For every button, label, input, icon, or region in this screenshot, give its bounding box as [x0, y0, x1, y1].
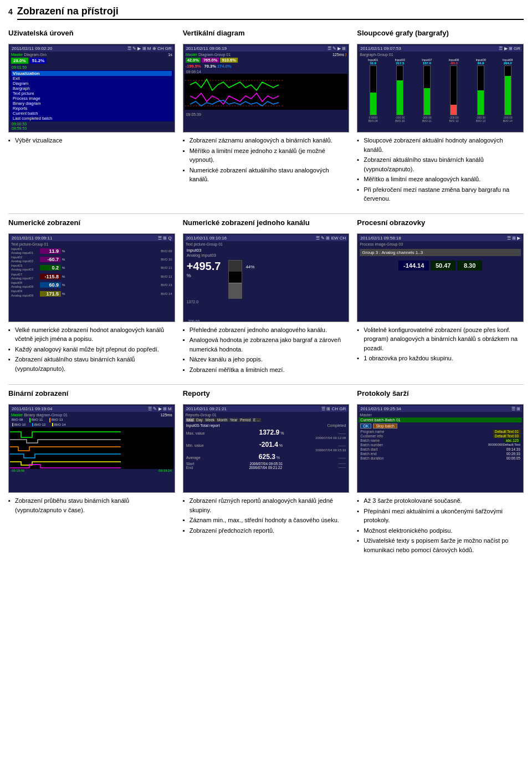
- divider-1: [8, 213, 524, 214]
- bullet-batch-4: Uživatelské texty s popisem šarže je mož…: [357, 536, 524, 554]
- section-2: Numerické zobrazení 2011/02/11 09:09:11 …: [8, 218, 524, 376]
- screen-vdiag-header: 2011/02/11 09:06:19 ☰ ✎ ▶ ⊞: [185, 45, 348, 52]
- bullet-single-ch-2: Analogová hodnota je zobrazena jako barg…: [183, 335, 350, 354]
- bullet-bargraph-3: Měřítko a limitní meze analogových kanál…: [357, 175, 524, 184]
- batch-field-0: Program name Default Text 01: [360, 430, 520, 434]
- bullet-single-ch-3: Název kanálu a jeho popis.: [183, 355, 350, 364]
- section-3: Binární zobrazení 2011/02/11 09:19:04 ☰ …: [8, 389, 524, 555]
- num-row-3: Input07Analog input07 -115.8 % BI/O 12: [11, 273, 172, 281]
- col-reports: Reporty 2011/02/11 09:21:21 ☰ ⊞ CH GR Re…: [183, 389, 350, 555]
- col-single-ch: Numerické zobrazení jednoho kanálu 2011/…: [183, 218, 350, 376]
- bullets-numeric: Velké numerické zobrazení hodnot analogo…: [8, 325, 175, 375]
- section-title-viz: Uživatelská úroveň: [8, 29, 175, 37]
- bullets-single-ch: Přehledné zobrazení jednoho analogového …: [183, 325, 350, 376]
- divider-2: [8, 384, 524, 385]
- screen-binary: 2011/02/11 09:19:04 ☰ ✎ ▶ ⊞ M Master Bin…: [8, 404, 175, 493]
- viz-menu-item-diagram[interactable]: Diagram: [12, 81, 172, 86]
- bullets-binary: Zobrazení průběhu stavu binárních kanálů…: [8, 496, 175, 516]
- col-viz: Uživatelská úroveň 2011/02/11 09:02:20 ☰…: [8, 29, 175, 205]
- screen-single-ch-header: 2011/02/11 09:10:16 ☰ ✎ ⊞ EW CH: [185, 235, 348, 241]
- bullet-reports-1: Zobrazení různých reportů analogových ka…: [183, 496, 350, 514]
- num-row-4: Input08Analog input08 60.9 % BI/O 13: [11, 281, 172, 289]
- bullet-batch-2: Přepínání mezi aktuálními a ukončenými š…: [357, 507, 524, 525]
- viz-menu-item-visualization[interactable]: Visualization: [12, 71, 172, 76]
- screen-batch: 2011/02/11 09:25:34 ☰ ⊞ Master Current b…: [357, 404, 524, 493]
- screen-numeric: 2011/02/11 09:09:11 ☰ ⊞ Q Text picture-G…: [8, 233, 175, 322]
- svg-rect-0: [185, 74, 348, 110]
- num-row-5: Input09Analog input09 171.5 % BI/O 14: [11, 289, 172, 297]
- section-title-binary: Binární zobrazení: [8, 389, 175, 397]
- batch-field-5: Batch end 00:26:33: [360, 452, 520, 456]
- viz-menu-item-bargraph[interactable]: Bargraph: [12, 86, 172, 91]
- batch-field-3: Batch number 00000000Default Text: [360, 443, 520, 447]
- viz-menu: Visualization Exit Diagram Bargraph Text…: [10, 70, 173, 121]
- num-row-1: Input02Analog input02 -60.7 % BI/O 10: [11, 256, 172, 263]
- screen-vdiag: 2011/02/11 09:06:19 ☰ ✎ ▶ ⊞ Master Diagr…: [183, 44, 350, 132]
- bullets-reports: Zobrazení různých reportů analogových ka…: [183, 496, 350, 536]
- bullet-bargraph-2: Zobrazení aktuálního stavu binárních kan…: [357, 155, 524, 174]
- col-batch: Protokoly šarží 2011/02/11 09:25:34 ☰ ⊞ …: [357, 389, 524, 555]
- viz-menu-item-reports[interactable]: Reports: [12, 106, 172, 111]
- svg-rect-3: [10, 427, 173, 469]
- bullet-process-1: Volitelně konfigurovatelné zobrazení (po…: [357, 325, 524, 353]
- bullet-reports-3: Zobrazení předchozích reportů.: [183, 526, 350, 536]
- bullets-bargraph: Sloupcové zobrazení aktuální hodnoty ana…: [357, 136, 524, 205]
- bullet-viz-1: Výběr vizualizace: [8, 136, 175, 145]
- page-number: 4: [8, 7, 13, 16]
- section-title-batch: Protokoly šarží: [357, 389, 524, 397]
- screen-reports: 2011/02/11 09:21:21 ☰ ⊞ CH GR Reports-Gr…: [183, 404, 350, 493]
- section-title-single-ch: Numerické zobrazení jednoho kanálu: [183, 218, 350, 227]
- col-binary: Binární zobrazení 2011/02/11 09:19:04 ☰ …: [8, 389, 175, 555]
- bullets-vdiag: Zobrazení záznamu analogových a binárníc…: [183, 136, 350, 185]
- bullets-process: Volitelně konfigurovatelné zobrazení (po…: [357, 325, 524, 364]
- screen-binary-header: 2011/02/11 09:19:04 ☰ ✎ ▶ ⊞ M: [10, 406, 173, 412]
- bullet-numeric-1: Velké numerické zobrazení hodnot analogo…: [8, 325, 175, 344]
- batch-field-1: Customer info Default Text 03: [360, 434, 520, 438]
- section-title-numeric: Numerické zobrazení: [8, 218, 175, 227]
- section-title-vdiag: Vertikální diagram: [183, 29, 350, 37]
- bullet-binary-1: Zobrazení průběhu stavu binárních kanálů…: [8, 496, 175, 514]
- bullets-batch: Až 3 šarže protokolované současně. Přepí…: [357, 496, 524, 555]
- screen-batch-header: 2011/02/11 09:25:34 ☰ ⊞: [359, 406, 522, 412]
- screen-process-header: 2011/02/11 09:58:18 ☰ ⊞ ▶: [359, 235, 522, 241]
- bullet-vdiag-3: Numerické zobrazení aktuálního stavu ana…: [183, 166, 350, 184]
- screen-bargraph: 2011/02/11 09:07:53 ☰ ▶ ⊞ GR Bargraph-Gr…: [357, 44, 524, 132]
- screen-process: 2011/02/11 09:58:18 ☰ ⊞ ▶ Process image-…: [357, 233, 524, 322]
- screen-viz: 2011/02/11 09:02:20 ☰ ✎ ▶ ⊞ M ⊕ CH GR Ma…: [8, 44, 175, 132]
- viz-menu-item-exit[interactable]: Exit: [12, 76, 172, 81]
- bullets-viz: Výběr vizualizace: [8, 136, 175, 146]
- viz-menu-item-binary[interactable]: Binary diagram: [12, 101, 172, 106]
- screen-reports-header: 2011/02/11 09:21:21 ☰ ⊞ CH GR: [185, 406, 348, 412]
- bullet-single-ch-4: Zobrazení měřítka a limitních mezí.: [183, 365, 350, 375]
- num-row-2: Input03Analog input03 0.2 % BI/O 11: [11, 264, 172, 272]
- bullet-bargraph-4: Při překročení mezí nastane změna barvy …: [357, 185, 524, 203]
- screen-bargraph-header: 2011/02/11 09:07:53 ☰ ▶ ⊞ GR: [359, 45, 522, 52]
- batch-field-6: Batch duration 00:06:05: [360, 456, 520, 460]
- viz-menu-item-process[interactable]: Process image: [12, 96, 172, 101]
- viz-menu-item-current[interactable]: Current batch: [12, 111, 172, 116]
- bullet-numeric-3: Zobrazení aktuálního stavu binárních kan…: [8, 355, 175, 373]
- bullet-vdiag-2: Měřítko a limitní meze jednoho z kanálů …: [183, 146, 350, 165]
- viz-menu-item-textpic[interactable]: Text picture: [12, 91, 172, 96]
- section-title-bargraph: Sloupcové grafy (bargrafy): [357, 29, 524, 37]
- section-1: Uživatelská úroveň 2011/02/11 09:02:20 ☰…: [8, 29, 524, 205]
- section-title-reports: Reporty: [183, 389, 350, 397]
- num-row-0: Input01Analog input01 11.9 % BI/O 09: [11, 247, 172, 255]
- bullet-single-ch-1: Přehledné zobrazení jednoho analogového …: [183, 325, 350, 335]
- bullet-numeric-2: Každý analogový kanál může být přepnut d…: [8, 345, 175, 354]
- col-process: Procesní obrazovky 2011/02/11 09:58:18 ☰…: [357, 218, 524, 376]
- bullet-batch-3: Možnost elektronického podpisu.: [357, 526, 524, 536]
- batch-stop-btn[interactable]: Stop batch: [373, 424, 397, 429]
- screen-viz-header: 2011/02/11 09:02:20 ☰ ✎ ▶ ⊞ M ⊕ CH GR: [10, 45, 173, 52]
- viz-menu-item-last[interactable]: Last completed batch: [12, 116, 172, 121]
- bullet-reports-2: Záznam min., max., střední hodnoty a čas…: [183, 516, 350, 525]
- batch-ok-btn[interactable]: OK: [360, 424, 371, 429]
- screen-numeric-header: 2011/02/11 09:09:11 ☰ ⊞ Q: [10, 235, 173, 241]
- col-numeric: Numerické zobrazení 2011/02/11 09:09:11 …: [8, 218, 175, 376]
- bullet-bargraph-1: Sloupcové zobrazení aktuální hodnoty ana…: [357, 136, 524, 154]
- section-title-process: Procesní obrazovky: [357, 218, 524, 227]
- bullet-process-2: 1 obrazovka pro každou skupinu.: [357, 354, 524, 363]
- bullet-batch-1: Až 3 šarže protokolované současně.: [357, 496, 524, 506]
- batch-field-2: Batch name abc.123: [360, 439, 520, 442]
- page-title: Zobrazení na přístroji: [17, 6, 524, 20]
